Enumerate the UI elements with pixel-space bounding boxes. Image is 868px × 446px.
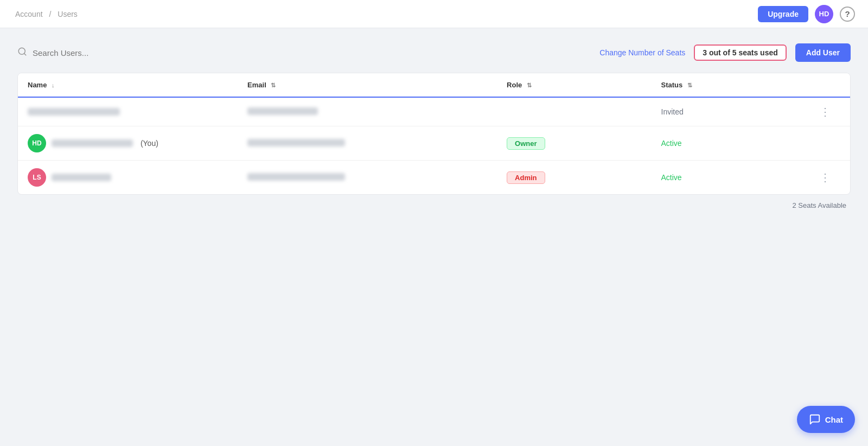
role-cell: Owner	[497, 126, 651, 161]
status-badge: Active	[661, 173, 682, 182]
svg-line-1	[24, 53, 25, 55]
role-badge: Owner	[507, 137, 545, 150]
top-bar: Account / Users Upgrade HD ?	[0, 0, 868, 28]
action-bar: Change Number of Seats 3 out of 5 seats …	[17, 43, 851, 62]
avatar: LS	[28, 168, 46, 187]
col-role-header[interactable]: Role ⇅	[497, 73, 651, 97]
blurred-name	[28, 108, 120, 116]
breadcrumb-account[interactable]: Account	[15, 10, 43, 18]
blurred-email	[247, 139, 345, 146]
name-cell	[18, 97, 238, 126]
avatar[interactable]: HD	[815, 5, 833, 23]
change-seats-link[interactable]: Change Number of Seats	[599, 48, 685, 57]
table-body: Invited ⋮ HD (You)	[18, 97, 850, 194]
search-wrapper	[17, 47, 152, 59]
help-icon[interactable]: ?	[840, 7, 855, 22]
status-cell: Active	[652, 161, 806, 195]
col-email-header[interactable]: Email ⇅	[238, 73, 497, 97]
role-cell: Admin	[497, 161, 651, 195]
breadcrumb-separator: /	[49, 10, 51, 18]
search-input[interactable]	[33, 48, 152, 58]
status-cell: Active	[652, 126, 806, 161]
seats-available: 2 Seats Available	[17, 201, 851, 209]
table-header: Name ↓ Email ⇅ Role ⇅ Status ⇅	[18, 73, 850, 97]
table-row: LS Admin Active ⋮	[18, 161, 850, 195]
users-table: Name ↓ Email ⇅ Role ⇅ Status ⇅	[17, 73, 851, 195]
menu-cell: ⋮	[806, 161, 850, 195]
breadcrumb: Account / Users	[13, 10, 80, 18]
search-icon	[17, 47, 27, 59]
role-cell	[497, 97, 651, 126]
table-row: HD (You) Owner Active	[18, 126, 850, 161]
email-cell	[238, 97, 497, 126]
breadcrumb-users[interactable]: Users	[58, 10, 78, 18]
main-content: Change Number of Seats 3 out of 5 seats …	[0, 28, 868, 225]
menu-cell	[806, 126, 850, 161]
upgrade-button[interactable]: Upgrade	[758, 6, 808, 22]
sort-updown-icon2: ⇅	[527, 82, 532, 89]
blurred-name	[52, 139, 133, 147]
name-cell: LS	[18, 161, 238, 195]
chat-button[interactable]: Chat	[797, 406, 855, 433]
status-badge: Active	[661, 139, 682, 148]
seats-badge: 3 out of 5 seats used	[694, 44, 786, 61]
role-badge: Admin	[507, 171, 545, 184]
sort-down-icon: ↓	[52, 82, 55, 88]
table-row: Invited ⋮	[18, 97, 850, 126]
email-cell	[238, 126, 497, 161]
chat-label: Chat	[825, 415, 843, 424]
row-menu-button[interactable]: ⋮	[815, 104, 835, 120]
you-label: (You)	[138, 139, 158, 148]
blurred-email	[247, 173, 345, 181]
sort-updown-icon3: ⇅	[687, 82, 692, 89]
blurred-email	[247, 107, 318, 115]
col-name-header[interactable]: Name ↓	[18, 73, 238, 97]
add-user-button[interactable]: Add User	[795, 43, 851, 62]
status-badge: Invited	[661, 107, 684, 116]
menu-cell: ⋮	[806, 97, 850, 126]
blurred-name	[52, 174, 111, 181]
status-cell: Invited	[652, 97, 806, 126]
action-bar-right: Change Number of Seats 3 out of 5 seats …	[599, 43, 851, 62]
col-status-header[interactable]: Status ⇅	[652, 73, 806, 97]
row-menu-button[interactable]: ⋮	[815, 169, 835, 186]
top-bar-right: Upgrade HD ?	[758, 5, 855, 23]
avatar: HD	[28, 134, 46, 152]
name-cell: HD (You)	[18, 126, 238, 161]
chat-icon	[809, 413, 821, 425]
sort-updown-icon: ⇅	[271, 82, 276, 89]
email-cell	[238, 161, 497, 195]
